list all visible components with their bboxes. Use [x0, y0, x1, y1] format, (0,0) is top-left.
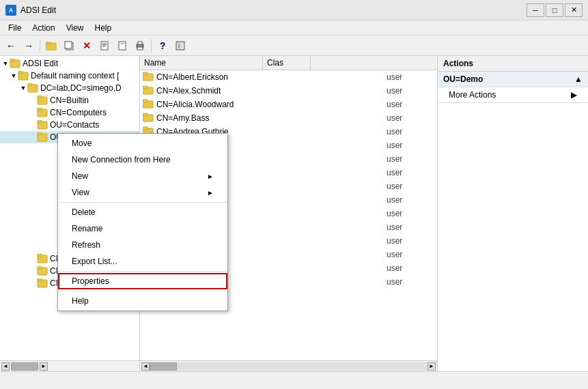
scroll-right-arrow[interactable]: ► [40, 362, 48, 371]
ctx-move[interactable]: Move [58, 135, 227, 152]
list-item-class: user [387, 277, 434, 287]
list-item-class: user [387, 100, 434, 109]
ctx-sep3 [58, 291, 227, 291]
tree-contacts-icon [37, 119, 48, 130]
svg-rect-26 [38, 120, 42, 123]
toolbar-print[interactable] [132, 38, 148, 53]
app-icon: A [5, 5, 16, 16]
tree-bill-icon [37, 265, 48, 276]
tree-computers-label: CN=Computers [50, 108, 107, 117]
ctx-new-label: New [72, 171, 88, 181]
scroll-thumb[interactable] [11, 362, 38, 371]
tree-expand-root[interactable]: ▼ [1, 59, 10, 68]
ctx-help-label: Help [72, 296, 89, 306]
list-item-name: CN=Albert.Erickson [156, 72, 387, 82]
svg-rect-36 [143, 72, 148, 75]
ctx-help[interactable]: Help [58, 293, 227, 309]
svg-rect-34 [38, 278, 42, 281]
action-section-demo: OU=Demo ▲ [438, 72, 588, 87]
ctx-new-connection-label: New Connection from Here [72, 155, 171, 164]
ctx-delete[interactable]: Delete [58, 204, 227, 220]
list-item[interactable]: CN=Amy.Bass user [140, 111, 437, 125]
actions-header: Actions [438, 56, 588, 72]
toolbar-copy[interactable] [61, 38, 77, 53]
list-hscroll[interactable]: ◄ ► [140, 360, 437, 371]
context-menu: Move New Connection from Here New ► View… [57, 133, 228, 311]
list-header: Name Clas [140, 56, 437, 70]
svg-rect-38 [143, 86, 148, 89]
col-header-class[interactable]: Clas [263, 56, 311, 70]
svg-rect-24 [38, 108, 42, 111]
ctx-new-connection[interactable]: New Connection from Here [58, 152, 227, 168]
ctx-export-label: Export List... [72, 257, 117, 266]
toolbar-folder[interactable] [43, 38, 59, 53]
tree-billy-icon [37, 278, 48, 289]
toolbar-back[interactable]: ← [3, 38, 19, 53]
svg-rect-12 [137, 47, 143, 50]
tree-naming-context[interactable]: ▼ Default naming context [ [0, 70, 139, 82]
scroll-left-arrow[interactable]: ◄ [1, 362, 10, 371]
toolbar-sep1 [40, 39, 40, 53]
list-scroll-thumb[interactable] [150, 362, 177, 371]
tree-demo-icon [37, 132, 48, 143]
tree-computers[interactable]: ▶ CN=Computers [0, 106, 139, 119]
ctx-new-arrow: ► [207, 173, 214, 180]
svg-rect-22 [38, 96, 42, 98]
svg-rect-13 [176, 42, 184, 50]
toolbar-help[interactable]: ? [154, 38, 171, 53]
toolbar-forward[interactable]: → [20, 38, 37, 53]
action-more-arrow: ▶ [571, 90, 577, 100]
tree-expand-naming[interactable]: ▼ [10, 72, 18, 80]
ctx-export[interactable]: Export List... [58, 253, 227, 270]
ctx-new[interactable]: New ► [58, 168, 227, 184]
list-item-name: CN=Alex.Schmidt [156, 86, 387, 96]
action-more-actions[interactable]: More Actions ▶ [438, 87, 588, 102]
toolbar-doc2[interactable] [114, 38, 130, 53]
list-item-class: user [387, 72, 434, 82]
ctx-view-label: View [72, 188, 89, 197]
tree-contacts-label: OU=Contacts [50, 120, 99, 130]
ctx-refresh[interactable]: Refresh [58, 237, 227, 253]
svg-rect-32 [38, 266, 42, 269]
ctx-move-label: Move [72, 139, 92, 148]
list-scrollbar-track[interactable] [150, 362, 428, 371]
ctx-sep1 [58, 202, 227, 203]
toolbar-new-doc[interactable] [96, 38, 113, 53]
list-item[interactable]: CN=Albert.Erickson user [140, 70, 437, 84]
action-section-collapse-icon: ▲ [574, 74, 583, 84]
svg-rect-44 [143, 127, 148, 130]
list-item-folder-icon [143, 85, 154, 96]
ctx-rename[interactable]: Rename [58, 220, 227, 237]
tree-builtin[interactable]: ▶ CN=Builtin [0, 94, 139, 106]
svg-rect-30 [38, 254, 42, 257]
list-scroll-right[interactable]: ► [428, 362, 436, 371]
list-item[interactable]: CN=Alex.Schmidt user [140, 84, 437, 98]
tree-contacts[interactable]: ▶ OU=Contacts [0, 119, 139, 131]
svg-rect-11 [138, 42, 142, 44]
list-scroll-left[interactable]: ◄ [141, 362, 150, 371]
close-button[interactable]: ✕ [565, 3, 583, 17]
toolbar-delete[interactable]: ✕ [79, 38, 95, 53]
menu-file[interactable]: File [3, 22, 27, 34]
status-bar [0, 371, 588, 389]
ctx-properties[interactable]: Properties [58, 273, 227, 289]
list-item-folder-icon [143, 99, 154, 110]
tree-root[interactable]: ▼ ADSI Edit [0, 57, 139, 70]
col-header-name[interactable]: Name [140, 56, 263, 70]
list-item-folder-icon [143, 72, 154, 83]
menu-help[interactable]: Help [89, 22, 117, 34]
ctx-view[interactable]: View ► [58, 184, 227, 201]
ctx-sep2 [58, 271, 227, 272]
minimize-button[interactable]: ─ [527, 3, 544, 17]
tree-dc[interactable]: ▼ DC=lab,DC=simego,D [0, 82, 139, 94]
tree-expand-dc[interactable]: ▼ [19, 84, 27, 92]
menu-view[interactable]: View [61, 22, 89, 34]
maximize-button[interactable]: □ [546, 3, 563, 17]
action-more-label: More Actions [449, 90, 496, 100]
menu-action[interactable]: Action [27, 22, 60, 34]
tree-hscroll[interactable]: ◄ ► [0, 360, 139, 371]
action-section-title-demo[interactable]: OU=Demo ▲ [438, 72, 588, 87]
tree-dc-label: DC=lab,DC=simego,D [40, 83, 122, 93]
toolbar-info[interactable]: i [172, 38, 188, 53]
list-item[interactable]: CN=Alicia.Woodward user [140, 98, 437, 111]
